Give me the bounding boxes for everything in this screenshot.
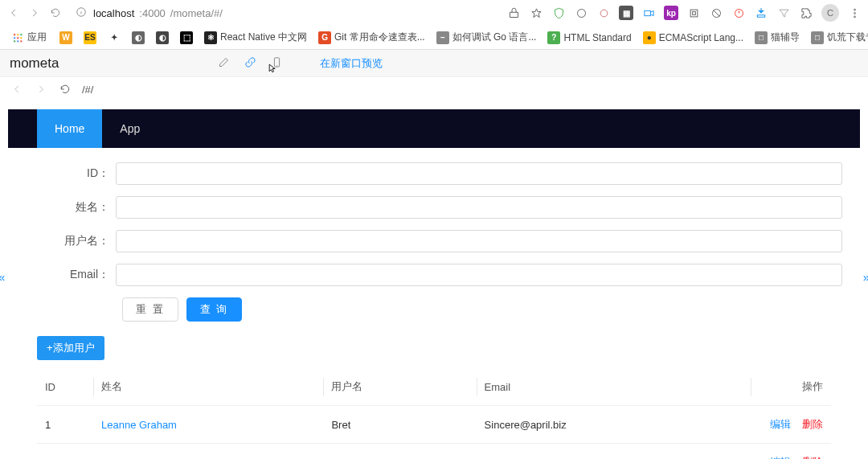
svg-rect-15 [17,36,19,39]
table-header: 用户名 [323,368,476,406]
table-row: 2Ervin HowellAntonetteShanna@melissa.tv编… [37,444,831,460]
url-host: localhost [93,7,134,19]
svg-point-10 [854,15,855,17]
bookmark-star-icon[interactable] [529,6,543,20]
svg-rect-19 [20,39,23,42]
form-label: Email： [26,268,116,282]
form-input-3[interactable] [116,264,842,286]
form-input-0[interactable] [116,162,842,185]
bookmark-item[interactable]: W [55,29,77,46]
profile-avatar[interactable]: C [821,4,839,22]
forward-button[interactable] [27,6,42,20]
mobile-icon[interactable] [271,56,283,71]
search-form: ID：姓名：用户名：Email： 重 置 查 询 [8,148,860,328]
bookmark-item[interactable]: ●ECMAScript Lang... [638,29,748,46]
svg-point-2 [600,10,608,17]
main-navbar: HomeApp [8,109,860,148]
reload-button[interactable] [48,6,63,20]
form-input-2[interactable] [116,230,842,252]
block-icon[interactable] [709,6,723,20]
delete-link[interactable]: 删除 [802,418,823,430]
qr-icon[interactable]: ▦ [619,6,633,20]
url-path: /mometa/#/ [170,7,223,19]
svg-rect-12 [17,33,19,35]
bookmark-favicon-icon: G [318,31,331,44]
nav-item-app[interactable]: App [102,109,158,148]
inner-reload-button[interactable] [58,82,72,96]
bookmark-favicon-icon: ? [547,31,560,44]
bookmark-bar: 应用 WES✦◐◐⬚⚛React Native 中文网GGit 常用命令速查表.… [0,26,868,50]
url-bar[interactable]: localhost:4000/mometa/#/ [69,5,500,22]
nav-item-home[interactable]: Home [37,109,102,148]
svg-rect-5 [692,11,695,14]
svg-rect-3 [644,10,650,15]
svg-rect-11 [14,33,16,35]
edit-icon[interactable] [218,56,230,71]
filter-icon[interactable] [776,6,791,20]
bookmark-item[interactable]: GGit 常用命令速查表... [313,29,430,46]
edit-link[interactable]: 编辑 [770,456,791,459]
user-name-link[interactable]: Ervin Howell [101,457,159,460]
svg-rect-4 [690,10,698,17]
bookmark-item[interactable]: ✦ [103,29,125,46]
svg-rect-18 [17,39,19,42]
puzzle-icon[interactable] [686,6,701,20]
bookmark-item[interactable]: –如何调试 Go 语言... [432,29,542,46]
form-label: 姓名： [26,200,116,215]
browser-nav-bar: localhost:4000/mometa/#/ ▦ kp C [0,0,868,26]
bookmark-item[interactable]: □猫辅导 [750,29,805,46]
panel-expand-right-icon[interactable]: » [863,270,868,284]
table-row: 1Leanne GrahamBretSincere@april.biz编辑删除 [37,406,831,444]
bookmark-item[interactable]: □饥荒下载专题_中文... [806,29,868,46]
apps-grid-icon [11,31,24,44]
download-icon[interactable] [754,6,768,20]
panel-expand-left-icon[interactable]: « [0,270,5,284]
bookmark-item[interactable]: ES [79,29,101,46]
menu-icon[interactable] [847,6,862,20]
svg-rect-17 [14,39,16,42]
inner-forward-button[interactable] [34,82,48,96]
extensions-icon[interactable] [799,6,813,20]
apps-button[interactable]: 应用 [6,29,51,46]
bookmark-favicon-icon: ⬚ [180,31,193,44]
table-header: ID [37,368,93,406]
svg-rect-13 [20,33,23,35]
bookmark-favicon-icon: – [436,31,449,44]
power-icon[interactable] [731,6,746,20]
shield-icon[interactable] [551,6,566,20]
table-header: 姓名 [93,368,323,406]
form-input-1[interactable] [116,196,842,219]
apps-label: 应用 [27,31,47,44]
extension-icon-2[interactable]: kp [664,6,678,20]
inner-back-button[interactable] [10,82,24,96]
site-info-icon [76,6,88,20]
inner-path: /#/ [82,84,93,96]
reset-button[interactable]: 重 置 [122,297,178,322]
share-icon[interactable] [506,6,521,20]
form-label: ID： [26,166,116,181]
bookmark-favicon-icon: ◐ [156,31,169,44]
bookmark-item[interactable]: ⚛React Native 中文网 [199,29,312,46]
preview-link[interactable]: 在新窗口预览 [320,56,383,71]
svg-rect-20 [275,57,280,66]
bookmark-item[interactable]: ?HTML Standard [542,29,636,46]
edit-link[interactable]: 编辑 [770,418,791,430]
bookmark-item[interactable]: ⬚ [175,29,198,46]
svg-rect-14 [14,36,16,39]
search-button[interactable]: 查 询 [186,297,243,322]
bookmark-item[interactable]: ◐ [151,29,174,46]
link-icon[interactable] [244,56,256,71]
extension-icon-1[interactable] [596,6,611,20]
back-button[interactable] [6,6,21,20]
user-name-link[interactable]: Leanne Graham [101,419,177,431]
circle-icon[interactable] [574,6,588,20]
video-icon[interactable] [641,6,656,20]
delete-link[interactable]: 删除 [802,456,823,459]
app-title: mometa [10,55,59,72]
svg-point-9 [854,12,855,14]
toolbar-icons: ▦ kp C [506,4,862,22]
add-user-button[interactable]: +添加用户 [37,336,104,360]
bookmark-item[interactable]: ◐ [127,29,149,46]
bookmark-favicon-icon: ⚛ [204,31,217,44]
svg-point-1 [577,9,585,17]
